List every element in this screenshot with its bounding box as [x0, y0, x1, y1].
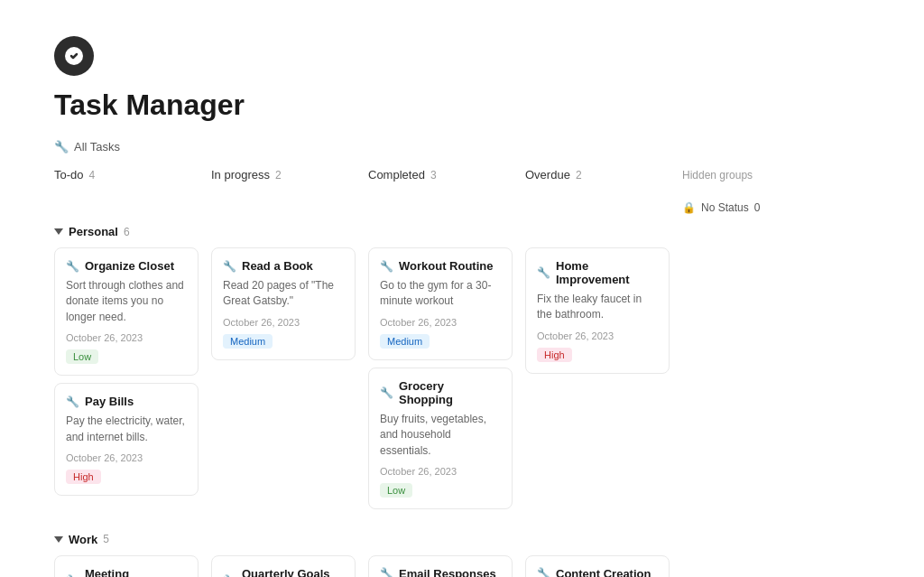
group-work-header[interactable]: Work 5 — [54, 533, 870, 546]
priority-badge: High — [66, 470, 101, 484]
card-date: October 26, 2023 — [66, 452, 187, 463]
personal-todo-col: 🔧 Organize Closet Sort through clothes a… — [54, 247, 199, 517]
priority-badge: Low — [380, 483, 412, 498]
card-title-row: 🔧 Meeting Preparation — [66, 567, 187, 577]
task-icon: 🔧 — [380, 567, 393, 577]
task-icon: 🔧 — [66, 260, 79, 273]
card-date: October 26, 2023 — [380, 466, 501, 477]
card-organize-closet[interactable]: 🔧 Organize Closet Sort through clothes a… — [54, 247, 199, 376]
page-container: Task Manager 🔧 All Tasks To-do 4 In prog… — [0, 0, 924, 577]
group-work: Work 5 🔧 Meeting Preparation Prepare an … — [54, 533, 870, 577]
priority-badge: Medium — [380, 334, 430, 349]
personal-completed-col: 🔧 Workout Routine Go to the gym for a 30… — [368, 247, 513, 517]
card-title-row: 🔧 Home Improvement — [537, 259, 658, 286]
card-title-row: 🔧 Email Responses — [380, 567, 501, 577]
collapse-icon-personal — [54, 228, 63, 235]
task-icon: 🔧 — [380, 260, 393, 273]
card-title: Content Creation — [556, 567, 651, 577]
task-icon: 🔧 — [66, 396, 79, 408]
col-overdue-label: Overdue — [525, 168, 570, 181]
card-title: Workout Routine — [399, 259, 493, 273]
check-circle-icon — [63, 45, 85, 67]
no-status-row: 🔒 No Status 0 — [682, 201, 808, 214]
task-icon: 🔧 — [537, 567, 550, 577]
col-inprogress-label: In progress — [211, 168, 270, 181]
card-title: Pay Bills — [85, 395, 134, 408]
work-todo-col: 🔧 Meeting Preparation Prepare an agenda … — [54, 555, 199, 577]
personal-overdue-col: 🔧 Home Improvement Fix the leaky faucet … — [525, 247, 670, 517]
no-status-group: 🔒 No Status 0 — [682, 201, 808, 214]
card-desc: Buy fruits, vegetables, and household es… — [380, 412, 501, 459]
card-date: October 26, 2023 — [66, 332, 187, 343]
card-desc: Pay the electricity, water, and internet… — [66, 414, 187, 445]
card-desc: Read 20 pages of "The Great Gatsby." — [223, 278, 344, 310]
card-title-row: 🔧 Grocery Shopping — [380, 379, 501, 406]
card-desc: Go to the gym for a 30-minute workout — [380, 278, 501, 310]
col-todo-label: To-do — [54, 168, 84, 181]
card-desc: Fix the leaky faucet in the bathroom. — [537, 292, 658, 323]
card-workout-routine[interactable]: 🔧 Workout Routine Go to the gym for a 30… — [368, 247, 513, 360]
priority-badge: Medium — [223, 334, 273, 349]
group-personal-label: Personal — [69, 225, 118, 238]
task-icon: 🔧 — [537, 266, 550, 279]
card-title: Grocery Shopping — [399, 379, 501, 406]
card-pay-bills[interactable]: 🔧 Pay Bills Pay the electricity, water, … — [54, 383, 199, 496]
group-work-count: 5 — [103, 533, 109, 545]
card-title: Home Improvement — [556, 259, 658, 286]
col-todo-count: 4 — [89, 169, 96, 181]
group-personal: Personal 6 🔧 Organize Closet Sort throug… — [54, 225, 870, 517]
card-title: Organize Closet — [85, 259, 174, 273]
no-status-icon: 🔒 — [682, 201, 696, 214]
card-date: October 26, 2023 — [380, 317, 501, 328]
card-title-row: 🔧 Content Creation — [537, 567, 658, 577]
group-personal-count: 6 — [124, 226, 130, 238]
view-label-text: All Tasks — [74, 140, 120, 154]
card-title: Email Responses — [399, 567, 496, 577]
card-grocery-shopping[interactable]: 🔧 Grocery Shopping Buy fruits, vegetable… — [368, 368, 513, 509]
task-icon: 🔧 — [223, 260, 236, 273]
work-overdue-col: 🔧 Content Creation Write blog posts or s… — [525, 555, 670, 577]
work-inprogress-col: 🔧 Quarterly Goals Review Review progress… — [211, 555, 356, 577]
card-date: October 26, 2023 — [223, 317, 344, 328]
hidden-groups-label: Hidden groups — [682, 169, 753, 181]
col-overdue-count: 2 — [576, 169, 582, 181]
card-home-improvement[interactable]: 🔧 Home Improvement Fix the leaky faucet … — [525, 247, 670, 374]
work-completed-col: 🔧 Email Responses Reply to important ema… — [368, 555, 513, 577]
card-title-row: 🔧 Organize Closet — [66, 259, 187, 273]
col-header-completed: Completed 3 — [368, 168, 513, 181]
wrench-icon: 🔧 — [54, 140, 69, 154]
card-desc: Sort through clothes and donate items yo… — [66, 278, 187, 325]
group-personal-header[interactable]: Personal 6 — [54, 225, 870, 238]
no-status-row-container: 🔒 No Status 0 — [54, 201, 870, 214]
card-title-row: 🔧 Read a Book — [223, 259, 344, 273]
group-work-row: 🔧 Meeting Preparation Prepare an agenda … — [54, 555, 870, 577]
group-personal-row: 🔧 Organize Closet Sort through clothes a… — [54, 247, 870, 517]
card-email-responses[interactable]: 🔧 Email Responses Reply to important ema… — [368, 555, 513, 577]
card-title-row: 🔧 Pay Bills — [66, 395, 187, 408]
priority-badge: Low — [66, 349, 98, 364]
card-read-book[interactable]: 🔧 Read a Book Read 20 pages of "The Grea… — [211, 247, 356, 360]
card-title: Read a Book — [242, 259, 313, 273]
card-meeting-preparation[interactable]: 🔧 Meeting Preparation Prepare an agenda … — [54, 555, 199, 577]
view-label-row: 🔧 All Tasks — [54, 140, 870, 154]
col-header-todo: To-do 4 — [54, 168, 199, 181]
priority-badge: High — [537, 348, 572, 362]
card-title-row: 🔧 Workout Routine — [380, 259, 501, 273]
col-header-inprogress: In progress 2 — [211, 168, 356, 181]
no-status-count: 0 — [754, 201, 761, 214]
column-headers: To-do 4 In progress 2 Completed 3 Overdu… — [54, 168, 870, 192]
personal-hidden-col — [682, 247, 808, 517]
no-status-label: No Status — [701, 201, 749, 214]
col-completed-label: Completed — [368, 168, 425, 181]
app-icon — [54, 36, 94, 76]
card-quarterly-goals[interactable]: 🔧 Quarterly Goals Review Review progress… — [211, 555, 356, 577]
personal-inprogress-col: 🔧 Read a Book Read 20 pages of "The Grea… — [211, 247, 356, 517]
collapse-icon-work — [54, 536, 63, 543]
page-title: Task Manager — [54, 88, 870, 122]
card-content-creation[interactable]: 🔧 Content Creation Write blog posts or s… — [525, 555, 670, 577]
col-inprogress-count: 2 — [275, 169, 282, 181]
col-header-hidden: Hidden groups — [682, 168, 808, 192]
card-title-row: 🔧 Quarterly Goals Review — [223, 567, 344, 577]
card-title: Meeting Preparation — [85, 567, 187, 577]
card-date: October 26, 2023 — [537, 330, 658, 341]
